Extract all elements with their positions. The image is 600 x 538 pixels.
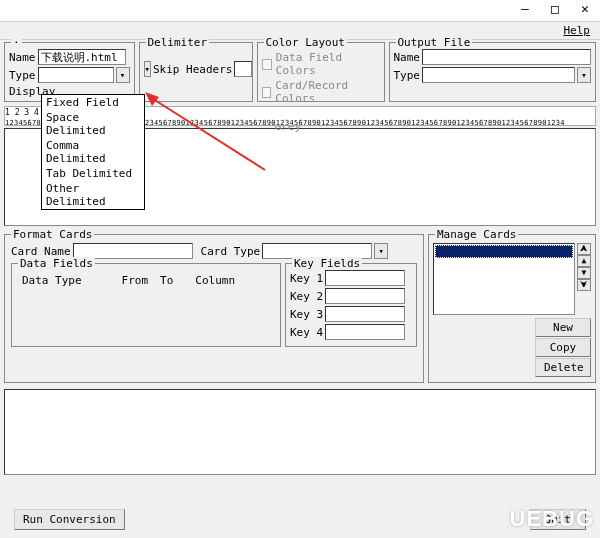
key-fields-panel: Key Fields Key 1 Key 2 Key 3 Key 4 bbox=[285, 263, 417, 347]
output-type-label: Type bbox=[394, 69, 421, 82]
output-preview-area[interactable] bbox=[4, 389, 596, 475]
file-panel: · Name Type ▾ Display bbox=[4, 42, 135, 102]
dropdown-item-fixed[interactable]: Fixed Field bbox=[42, 95, 144, 110]
key3-label: Key 3 bbox=[290, 308, 323, 321]
scroll-bottom-icon[interactable]: ⮟ bbox=[577, 279, 591, 291]
manage-cards-panel: Manage Cards ⮝ ▲ ▼ ⮟ New Copy Delete bbox=[428, 234, 596, 383]
card-name-label: Card Name bbox=[11, 245, 71, 258]
file-panel-title: · bbox=[11, 36, 22, 49]
output-name-label: Name bbox=[394, 51, 421, 64]
dropdown-item-comma[interactable]: Comma Delimited bbox=[42, 138, 144, 166]
name-input[interactable] bbox=[38, 49, 126, 65]
dropdown-item-other[interactable]: Other Delimited bbox=[42, 181, 144, 209]
key1-input[interactable] bbox=[325, 270, 405, 286]
data-fields-title: Data Fields bbox=[18, 257, 95, 270]
output-type-input[interactable] bbox=[422, 67, 575, 83]
window-titlebar: — □ ✕ bbox=[0, 0, 600, 22]
output-file-panel: Output File Name Type ▾ bbox=[389, 42, 597, 102]
to-col: To bbox=[160, 274, 173, 287]
key1-label: Key 1 bbox=[290, 272, 323, 285]
help-menu[interactable]: Help bbox=[560, 22, 595, 39]
delimiter-panel: Delimiter ▾ Skip Headers bbox=[139, 42, 253, 102]
type-input[interactable] bbox=[38, 67, 114, 83]
new-button[interactable]: New bbox=[535, 318, 591, 337]
run-conversion-button[interactable]: Run Conversion bbox=[14, 509, 125, 530]
column-col: Column bbox=[195, 274, 235, 287]
datatype-col: Data Type bbox=[22, 274, 82, 287]
manage-cards-title: Manage Cards bbox=[435, 228, 518, 241]
type-dropdown-list: Fixed Field Space Delimited Comma Delimi… bbox=[41, 94, 145, 210]
maximize-button[interactable]: □ bbox=[540, 0, 570, 22]
card-type-dropdown-button[interactable]: ▾ bbox=[374, 243, 388, 259]
cardrecord-colors-check[interactable]: Card/Record Colors bbox=[262, 79, 380, 105]
type-label: Type bbox=[9, 69, 36, 82]
quit-button[interactable]: Quit bbox=[530, 509, 587, 530]
datafield-colors-check[interactable]: Data Field Colors bbox=[262, 51, 380, 77]
format-cards-title: Format Cards bbox=[11, 228, 94, 241]
format-cards-panel: Format Cards Card Name Card Type ▾ Data … bbox=[4, 234, 424, 383]
dropdown-item-space[interactable]: Space Delimited bbox=[42, 110, 144, 138]
key2-input[interactable] bbox=[325, 288, 405, 304]
color-layout-panel: Color Layout Data Field Colors Card/Reco… bbox=[257, 42, 385, 102]
delimiter-title: Delimiter bbox=[146, 36, 210, 49]
key4-label: Key 4 bbox=[290, 326, 323, 339]
manage-cards-list[interactable] bbox=[433, 243, 575, 315]
key-fields-title: Key Fields bbox=[292, 257, 362, 270]
key4-input[interactable] bbox=[325, 324, 405, 340]
from-col: From bbox=[122, 274, 149, 287]
close-button[interactable]: ✕ bbox=[570, 0, 600, 22]
data-fields-panel: Data Fields Data Type From To Column bbox=[11, 263, 281, 347]
dropdown-item-tab[interactable]: Tab Delimited bbox=[42, 166, 144, 181]
scroll-down-icon[interactable]: ▼ bbox=[577, 267, 591, 279]
card-type-label: Card Type bbox=[201, 245, 261, 258]
key2-label: Key 2 bbox=[290, 290, 323, 303]
delete-button[interactable]: Delete bbox=[535, 358, 591, 377]
name-label: Name bbox=[9, 51, 36, 64]
scroll-top-icon[interactable]: ⮝ bbox=[577, 243, 591, 255]
scroll-up-icon[interactable]: ▲ bbox=[577, 255, 591, 267]
skip-headers-input[interactable] bbox=[234, 61, 252, 77]
output-file-title: Output File bbox=[396, 36, 473, 49]
manage-scroll: ⮝ ▲ ▼ ⮟ bbox=[577, 243, 591, 317]
minimize-button[interactable]: — bbox=[510, 0, 540, 22]
copy-button[interactable]: Copy bbox=[535, 338, 591, 357]
type-dropdown-button[interactable]: ▾ bbox=[116, 67, 130, 83]
delimiter-dropdown-button[interactable]: ▾ bbox=[144, 61, 151, 77]
key3-input[interactable] bbox=[325, 306, 405, 322]
output-type-dropdown-button[interactable]: ▾ bbox=[577, 67, 591, 83]
color-layout-title: Color Layout bbox=[264, 36, 347, 49]
output-name-input[interactable] bbox=[422, 49, 591, 65]
skip-headers-label: Skip Headers bbox=[153, 63, 232, 76]
manage-cards-selected-row[interactable] bbox=[435, 245, 573, 258]
